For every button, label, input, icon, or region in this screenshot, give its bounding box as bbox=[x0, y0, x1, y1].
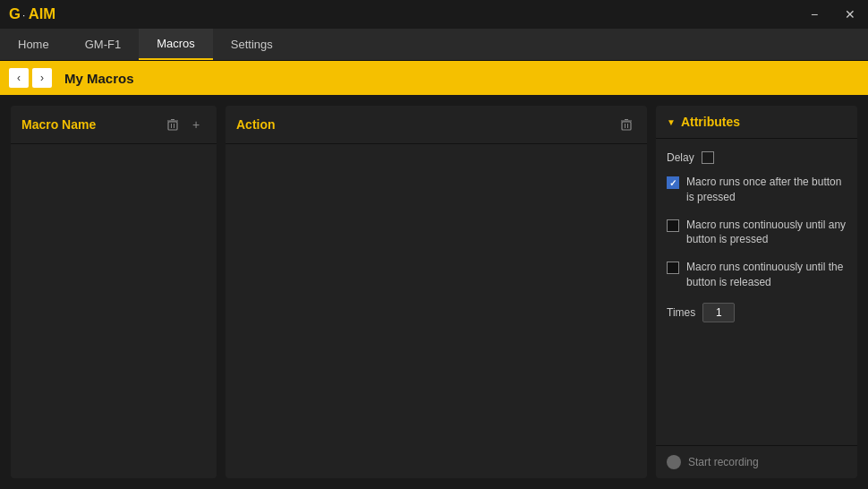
option-continuously-any-checkbox[interactable] bbox=[667, 219, 679, 232]
action-panel-title: Action bbox=[236, 117, 613, 132]
times-row: Times bbox=[667, 303, 847, 322]
action-panel: Action bbox=[226, 106, 647, 478]
option-continuously-released-label: Macro runs continuously until the button… bbox=[686, 260, 847, 290]
main-content: Macro Name + Action bbox=[0, 95, 868, 489]
times-label: Times bbox=[667, 306, 695, 319]
action-delete-button[interactable] bbox=[617, 115, 636, 134]
start-recording-bar: Start recording bbox=[656, 445, 857, 478]
macro-panel-body bbox=[11, 144, 217, 478]
svg-text:G: G bbox=[9, 5, 21, 21]
nav-item-home[interactable]: Home bbox=[0, 29, 67, 60]
nav-bar: Home GM-F1 Macros Settings bbox=[0, 29, 868, 61]
option-continuously-released-checkbox[interactable] bbox=[667, 262, 679, 274]
macro-panel-title: Macro Name bbox=[21, 117, 159, 132]
delay-row: Delay bbox=[667, 151, 847, 164]
option-continuously-any-label: Macro runs continuously until any button… bbox=[686, 218, 847, 248]
tab-label: My Macros bbox=[55, 71, 143, 86]
minimize-button[interactable]: − bbox=[796, 0, 832, 29]
macro-delete-button[interactable] bbox=[163, 115, 183, 134]
app-logo: G · AIM bbox=[9, 4, 69, 25]
option-continuously-any-row: Macro runs continuously until any button… bbox=[667, 218, 847, 248]
delay-checkbox[interactable] bbox=[702, 151, 714, 164]
title-bar: G · AIM − ✕ bbox=[0, 0, 868, 29]
attributes-panel: ▼ Attributes Delay Macro runs once after… bbox=[656, 106, 857, 478]
close-button[interactable]: ✕ bbox=[832, 0, 868, 29]
action-panel-body bbox=[226, 144, 647, 478]
start-recording-button[interactable]: Start recording bbox=[688, 456, 759, 468]
attributes-content: Delay Macro runs once after the button i… bbox=[656, 139, 857, 445]
option-once-row: Macro runs once after the button is pres… bbox=[667, 175, 847, 205]
macro-panel: Macro Name + bbox=[11, 106, 217, 478]
attributes-arrow-icon: ▼ bbox=[667, 117, 676, 127]
option-once-label: Macro runs once after the button is pres… bbox=[686, 175, 847, 205]
svg-rect-3 bbox=[168, 122, 177, 130]
window-controls: − ✕ bbox=[796, 0, 868, 29]
times-input[interactable] bbox=[702, 303, 735, 322]
nav-item-settings[interactable]: Settings bbox=[213, 29, 291, 60]
nav-item-macros[interactable]: Macros bbox=[139, 29, 213, 60]
svg-rect-8 bbox=[622, 122, 631, 130]
macro-add-button[interactable]: + bbox=[186, 115, 206, 134]
svg-text:·: · bbox=[22, 9, 25, 21]
delay-label: Delay bbox=[667, 151, 694, 164]
svg-text:AIM: AIM bbox=[29, 5, 56, 21]
attributes-panel-header: ▼ Attributes bbox=[656, 106, 857, 139]
attributes-panel-title: Attributes bbox=[681, 115, 740, 129]
option-continuously-released-row: Macro runs continuously until the button… bbox=[667, 260, 847, 290]
tab-bar: ‹ › My Macros bbox=[0, 61, 868, 95]
nav-item-gm-f1[interactable]: GM-F1 bbox=[67, 29, 139, 60]
tab-prev-arrow[interactable]: ‹ bbox=[9, 68, 29, 88]
action-panel-header: Action bbox=[226, 106, 647, 144]
option-once-checkbox[interactable] bbox=[667, 176, 679, 189]
tab-next-arrow[interactable]: › bbox=[32, 68, 52, 88]
macro-panel-header: Macro Name + bbox=[11, 106, 217, 144]
record-dot-icon bbox=[667, 455, 681, 469]
